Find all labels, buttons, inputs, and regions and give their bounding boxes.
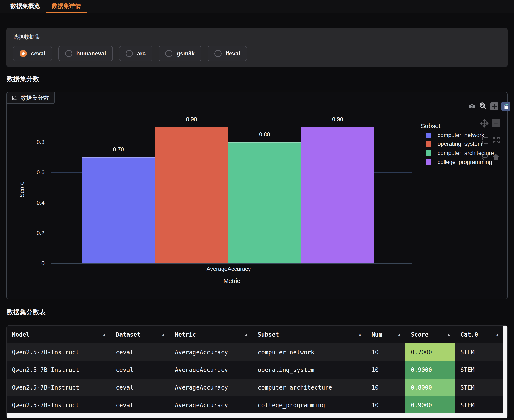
zoom-out-icon[interactable]	[492, 119, 500, 127]
horizontal-scrollbar[interactable]	[7, 413, 508, 418]
cell-metric: AverageAccuracy	[169, 379, 252, 396]
radio-circle-icon	[165, 50, 172, 57]
x-axis-line	[51, 263, 412, 264]
y-axis-tick-label: 0.6	[19, 169, 45, 176]
column-header-label: Num	[372, 331, 382, 338]
dataset-picker-panel: 选择数据集 cevalhumanevalarcgsm8kifeval	[6, 28, 508, 67]
score-table-container: Model▲Dataset▲Metric▲Subset▲Num▲Score▲Ca…	[6, 325, 508, 418]
radio-label: humaneval	[76, 50, 106, 57]
tab-dataset-overview[interactable]: 数据集概览	[5, 0, 46, 13]
chart-tab-chip-label: 数据集分数	[21, 94, 49, 102]
column-header-label: Cat.0	[461, 331, 478, 338]
bar-value-label: 0.90	[301, 116, 374, 123]
legend-swatch-icon	[426, 150, 431, 156]
cell-num: 10	[366, 379, 405, 396]
radio-label: arc	[137, 50, 146, 57]
table-row: Qwen2.5-7B-InstructcevalAverageAccuracyo…	[7, 361, 503, 379]
legend-item-label: computer_network	[438, 132, 484, 139]
cell-subset: operating_system	[252, 361, 366, 379]
radio-label: ceval	[31, 50, 45, 57]
cell-num: 10	[366, 361, 405, 379]
sort-arrow-icon: ▲	[245, 332, 247, 337]
bar-computer_architecture[interactable]	[228, 142, 301, 263]
lasso-icon[interactable]	[480, 152, 490, 162]
cell-num: 10	[366, 396, 405, 414]
column-header-subset[interactable]: Subset▲	[252, 326, 366, 343]
column-header-label: Subset	[258, 331, 279, 338]
cell-model: Qwen2.5-7B-Instruct	[7, 343, 110, 361]
y-axis-tick-label: 0.4	[19, 200, 45, 206]
zoom-box-icon[interactable]	[479, 102, 487, 110]
radio-label: gsm8k	[177, 50, 195, 57]
legend-item-computer_network[interactable]: computer_network	[426, 131, 484, 140]
cell-metric: AverageAccuracy	[169, 343, 252, 361]
dataset-radio-ifeval[interactable]: ifeval	[208, 46, 247, 61]
tab-dataset-detail[interactable]: 数据集详情	[46, 0, 87, 13]
dataset-radio-gsm8k[interactable]: gsm8k	[158, 46, 201, 61]
column-header-label: Score	[411, 331, 429, 338]
pan-icon[interactable]	[480, 119, 489, 128]
legend-title: Subset	[421, 122, 440, 130]
table-view-icon[interactable]	[501, 102, 510, 111]
autoscale-icon[interactable]	[491, 135, 501, 145]
chart-tab-chip: 数据集分数	[6, 92, 55, 104]
x-axis-tick-label: AverageAccuracy	[187, 266, 271, 272]
cell-subset: college_programming	[252, 396, 366, 414]
vertical-scrollbar[interactable]	[503, 326, 507, 414]
camera-icon[interactable]	[468, 102, 476, 111]
dataset-radio-arc[interactable]: arc	[119, 46, 152, 61]
add-icon[interactable]	[491, 103, 499, 111]
cell-dataset: ceval	[110, 343, 169, 361]
y-axis-tick-label: 0.8	[19, 139, 45, 146]
legend-item-operating_system[interactable]: operating_system	[426, 139, 482, 148]
sort-arrow-icon: ▲	[103, 332, 105, 337]
top-tabbar: 数据集概览 数据集详情	[0, 0, 514, 14]
score-cell: 0.9000	[405, 396, 455, 414]
cell-dataset: ceval	[110, 396, 169, 414]
column-header-cat-0[interactable]: Cat.0▲	[455, 326, 503, 343]
cell-cat-0: STEM	[455, 343, 503, 361]
bar-operating_system[interactable]	[155, 127, 228, 263]
box-select-icon[interactable]	[480, 136, 490, 145]
sort-arrow-icon: ▲	[359, 332, 361, 337]
radio-circle-icon	[65, 50, 72, 57]
table-header-row: Model▲Dataset▲Metric▲Subset▲Num▲Score▲Ca…	[7, 326, 503, 343]
cell-metric: AverageAccuracy	[169, 361, 252, 379]
table-row: Qwen2.5-7B-InstructcevalAverageAccuracyc…	[7, 343, 503, 361]
cell-dataset: ceval	[110, 379, 169, 396]
column-header-score[interactable]: Score▲	[405, 326, 455, 343]
score-cell: 0.7000	[405, 343, 455, 361]
cell-subset: computer_network	[252, 343, 366, 361]
cell-model: Qwen2.5-7B-Instruct	[7, 379, 110, 396]
radio-circle-icon	[214, 50, 222, 57]
radio-circle-icon	[126, 50, 133, 57]
column-header-dataset[interactable]: Dataset▲	[110, 326, 169, 343]
radio-circle-icon	[20, 50, 27, 57]
cell-model: Qwen2.5-7B-Instruct	[7, 396, 110, 414]
bar-computer_network[interactable]	[82, 157, 155, 263]
reset-home-icon[interactable]	[491, 152, 500, 162]
cell-cat-0: STEM	[455, 361, 503, 379]
cell-subset: computer_architecture	[252, 379, 366, 396]
chart-section-heading: 数据集分数	[7, 75, 39, 83]
column-header-metric[interactable]: Metric▲	[169, 326, 252, 343]
column-header-label: Dataset	[116, 331, 141, 338]
table-section-heading: 数据集分数表	[7, 308, 46, 317]
cell-num: 10	[366, 343, 405, 361]
cell-metric: AverageAccuracy	[169, 396, 252, 414]
cell-cat-0: STEM	[455, 396, 503, 414]
bar-value-label: 0.70	[82, 146, 155, 153]
sort-arrow-icon: ▲	[162, 332, 164, 337]
y-axis-tick-label: 0	[19, 260, 45, 267]
dataset-radio-ceval[interactable]: ceval	[13, 46, 52, 61]
dataset-radio-group: cevalhumanevalarcgsm8kifeval	[13, 46, 501, 61]
bar-college_programming[interactable]	[301, 127, 374, 263]
legend-item-label: operating_system	[438, 141, 482, 147]
column-header-model[interactable]: Model▲	[7, 326, 110, 343]
dataset-radio-humaneval[interactable]: humaneval	[58, 46, 113, 61]
chart-panel: 数据集分数	[6, 92, 508, 299]
column-header-label: Model	[12, 331, 30, 338]
score-cell: 0.9000	[405, 361, 455, 379]
column-header-num[interactable]: Num▲	[366, 326, 405, 343]
y-axis-tick-label: 0.2	[19, 230, 45, 236]
